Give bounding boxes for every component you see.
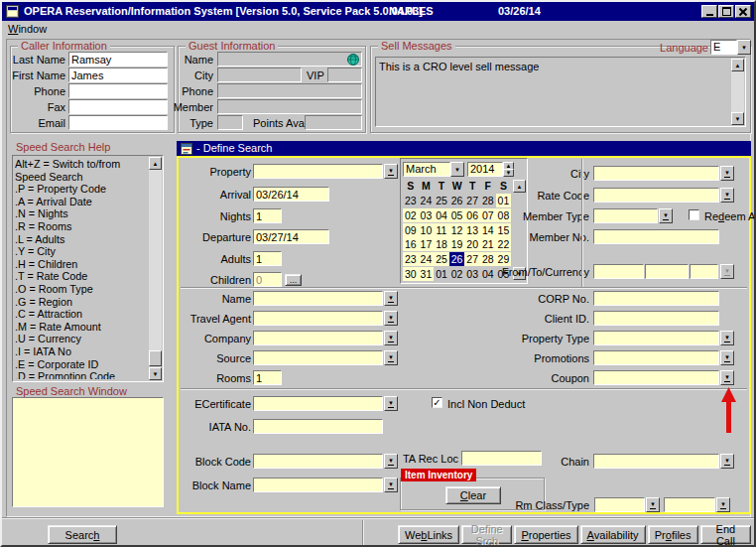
properties-button[interactable]: Properties bbox=[514, 525, 577, 544]
calendar-day[interactable]: 24 bbox=[419, 194, 435, 207]
calendar-day[interactable]: 19 bbox=[449, 237, 465, 251]
calendar-day[interactable]: 28 bbox=[480, 252, 496, 266]
member-type-lov-icon[interactable]: ▼ bbox=[659, 208, 673, 223]
calendar-day[interactable]: 23 bbox=[403, 194, 419, 207]
ecertificate-field[interactable] bbox=[253, 396, 383, 411]
calendar-day[interactable]: 26 bbox=[449, 194, 465, 207]
calendar-day[interactable]: 03 bbox=[419, 208, 435, 222]
block-code-lov-icon[interactable]: ▼ bbox=[384, 454, 398, 469]
calendar-day[interactable]: 01 bbox=[434, 267, 449, 281]
calendar-day-selected[interactable]: 26 bbox=[449, 252, 465, 266]
rm-class-lov-icon[interactable]: ▼ bbox=[646, 497, 660, 512]
first-name-field[interactable] bbox=[68, 68, 168, 82]
adults-field[interactable] bbox=[253, 251, 282, 266]
fax-field[interactable] bbox=[68, 99, 168, 114]
calendar-day[interactable]: 12 bbox=[449, 223, 465, 237]
menu-window[interactable]: Window bbox=[8, 23, 47, 35]
city-lov-icon[interactable]: ▼ bbox=[720, 166, 734, 181]
list-scroll-track[interactable] bbox=[149, 170, 162, 351]
incl-non-deduct-checkbox[interactable]: ✓ bbox=[432, 397, 442, 408]
calendar-day[interactable]: 18 bbox=[434, 237, 449, 251]
calendar-day[interactable]: 02 bbox=[449, 267, 465, 281]
calendar-day[interactable]: 29 bbox=[496, 252, 512, 266]
rate-code-field[interactable] bbox=[593, 188, 719, 203]
last-name-field[interactable] bbox=[68, 52, 168, 67]
list-scroll-down-icon[interactable]: ▼ bbox=[149, 367, 162, 380]
end-call-button[interactable]: End Call bbox=[700, 525, 751, 544]
calendar-day[interactable]: 05 bbox=[449, 208, 465, 222]
email-field[interactable] bbox=[68, 115, 168, 130]
speed-search-help-list[interactable]: Alt+Z = Switch to/from Speed Search.P = … bbox=[12, 155, 164, 382]
property-type-lov-icon[interactable]: ▼ bbox=[720, 331, 734, 345]
list-scroll-up-icon[interactable]: ▲ bbox=[149, 157, 162, 170]
sell-scroll-down-icon[interactable]: ▼ bbox=[731, 112, 744, 125]
calendar-month-value[interactable]: March bbox=[403, 162, 450, 177]
property-field[interactable] bbox=[253, 164, 383, 179]
calendar-day[interactable]: 24 bbox=[419, 252, 435, 266]
block-code-field[interactable] bbox=[253, 454, 383, 469]
caller-phone-field[interactable] bbox=[68, 83, 168, 98]
to-field[interactable] bbox=[645, 264, 689, 279]
ecertificate-lov-icon[interactable]: ▼ bbox=[384, 396, 398, 411]
globe-icon[interactable] bbox=[347, 54, 359, 66]
travel-agent-field[interactable] bbox=[253, 311, 383, 326]
source-field[interactable] bbox=[253, 350, 383, 365]
member-no-field[interactable] bbox=[593, 229, 719, 244]
rm-type-field[interactable] bbox=[664, 497, 715, 512]
property-type-field[interactable] bbox=[593, 331, 719, 345]
search-name-lov-icon[interactable]: ▼ bbox=[384, 291, 398, 306]
block-name-lov-icon[interactable]: ▼ bbox=[384, 478, 398, 492]
calendar-day[interactable]: 25 bbox=[434, 194, 449, 207]
minimize-icon[interactable] bbox=[701, 5, 717, 18]
calendar-day[interactable]: 31 bbox=[419, 267, 435, 281]
chain-field[interactable] bbox=[593, 454, 719, 469]
maximize-icon[interactable] bbox=[718, 5, 734, 18]
promotions-lov-icon[interactable]: ▼ bbox=[720, 350, 734, 365]
calendar-month-dropdown-icon[interactable]: ▼ bbox=[450, 162, 464, 177]
search-name-field[interactable] bbox=[253, 291, 383, 306]
speed-search-window-box[interactable] bbox=[12, 397, 164, 507]
redeem-award-checkbox[interactable] bbox=[689, 209, 699, 220]
calendar-day[interactable]: 17 bbox=[419, 237, 435, 251]
rm-class-field[interactable] bbox=[594, 497, 645, 512]
coupon-field[interactable] bbox=[593, 370, 719, 385]
availability-button[interactable]: Availability bbox=[580, 525, 646, 544]
client-id-field[interactable] bbox=[593, 311, 719, 326]
close-icon[interactable] bbox=[735, 5, 751, 18]
language-value[interactable]: E bbox=[710, 40, 737, 55]
calendar-day[interactable]: 10 bbox=[419, 223, 435, 237]
web-links-button[interactable]: Web Links bbox=[398, 525, 459, 544]
profiles-button[interactable]: Profiles bbox=[648, 525, 698, 544]
rooms-field[interactable] bbox=[253, 370, 282, 385]
calendar-day[interactable]: 16 bbox=[403, 237, 419, 251]
currency-field[interactable] bbox=[690, 264, 718, 279]
calendar-day[interactable]: 11 bbox=[434, 223, 449, 237]
children-field[interactable] bbox=[253, 272, 282, 287]
calendar-day[interactable]: 25 bbox=[434, 252, 449, 266]
list-scroll-thumb[interactable] bbox=[149, 350, 162, 366]
calendar-day[interactable]: 02 bbox=[403, 208, 419, 222]
calendar-day[interactable]: 23 bbox=[403, 252, 419, 266]
promotions-field[interactable] bbox=[593, 350, 719, 365]
arrival-field[interactable] bbox=[253, 187, 329, 202]
block-name-field[interactable] bbox=[253, 478, 383, 492]
iata-no-field[interactable] bbox=[253, 419, 383, 434]
calendar-day[interactable]: 30 bbox=[403, 267, 419, 281]
from-field[interactable] bbox=[593, 264, 644, 279]
travel-agent-lov-icon[interactable]: ▼ bbox=[384, 311, 398, 326]
departure-field[interactable] bbox=[253, 229, 329, 244]
children-ellipsis-button[interactable]: ... bbox=[285, 274, 302, 286]
source-lov-icon[interactable]: ▼ bbox=[384, 350, 398, 365]
nights-field[interactable] bbox=[253, 208, 282, 223]
calendar-day[interactable]: 09 bbox=[403, 223, 419, 237]
chain-lov-icon[interactable]: ▼ bbox=[720, 454, 734, 469]
search-button[interactable]: Search bbox=[48, 525, 117, 544]
city-field[interactable] bbox=[593, 166, 719, 181]
member-type-field[interactable] bbox=[593, 208, 658, 223]
sell-scroll-track[interactable] bbox=[731, 71, 744, 112]
company-field[interactable] bbox=[253, 331, 383, 345]
calendar-day[interactable]: 04 bbox=[434, 208, 449, 222]
rm-type-lov-icon[interactable]: ▼ bbox=[716, 497, 730, 512]
calendar-day[interactable]: 27 bbox=[464, 252, 480, 266]
corp-no-field[interactable] bbox=[593, 291, 719, 306]
